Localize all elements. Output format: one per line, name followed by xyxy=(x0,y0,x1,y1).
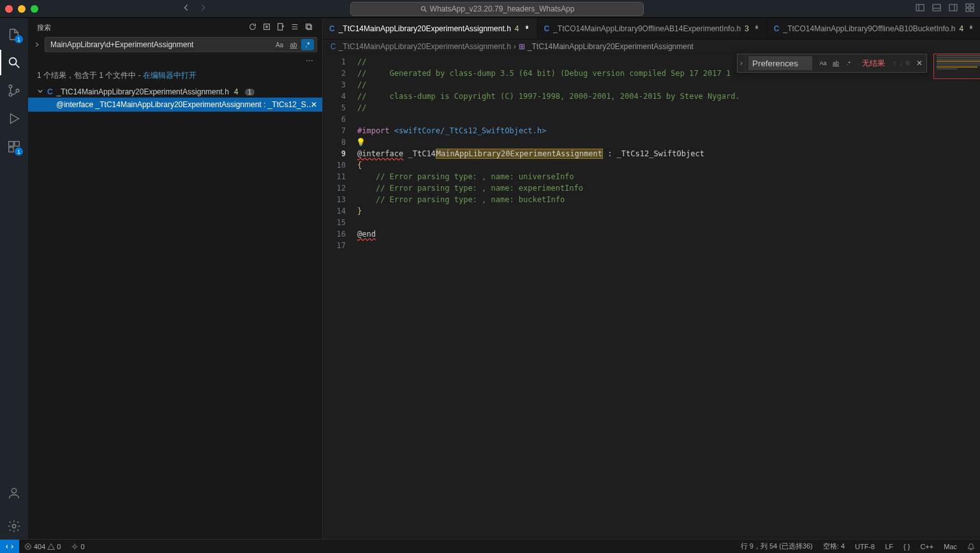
toggle-panel-icon[interactable] xyxy=(932,3,942,15)
find-next-icon[interactable]: ↓ xyxy=(899,59,903,68)
svg-rect-21 xyxy=(278,24,283,31)
tab-filename: _TtCO14MainAppLibrary9OfflineAB10BucketI… xyxy=(783,24,955,33)
search-sidebar: 搜索 Aa ab .* ⋯ 1 个结果，包含于 1 个文件中 xyxy=(28,18,323,539)
extensions-view-icon[interactable]: 1 xyxy=(0,134,28,159)
eol-item[interactable]: LF xyxy=(880,542,898,551)
editor-area: C _TtC14MainAppLibrary20ExperimentAssign… xyxy=(323,18,980,539)
close-window[interactable] xyxy=(5,5,13,13)
toggle-replace-icon[interactable] xyxy=(33,41,41,48)
svg-rect-8 xyxy=(970,4,974,7)
pin-icon[interactable] xyxy=(523,24,531,33)
customize-layout-icon[interactable] xyxy=(965,3,975,15)
sidebar-header: 搜索 xyxy=(28,18,322,37)
view-as-tree-icon[interactable] xyxy=(290,22,299,33)
problems-item[interactable]: 404 0 xyxy=(19,543,66,550)
language-mode[interactable]: C++ xyxy=(915,542,939,551)
lang-brace-icon[interactable]: { } xyxy=(898,542,915,551)
find-widget: › Aa ab .* 无结果 ↑ ↓ ≡ ✕ xyxy=(737,54,927,73)
clear-search-icon[interactable] xyxy=(262,22,271,33)
svg-point-14 xyxy=(16,89,19,92)
os-indicator[interactable]: Mac xyxy=(939,542,962,551)
find-match-word[interactable]: ab xyxy=(830,57,842,69)
minimize-window[interactable] xyxy=(18,5,26,13)
breadcrumb-lang-icon: C xyxy=(330,42,336,51)
find-toggle-replace-icon[interactable]: › xyxy=(738,54,746,72)
scm-view-icon[interactable] xyxy=(0,78,28,103)
find-filter-icon[interactable]: ≡ xyxy=(905,59,910,68)
svg-rect-10 xyxy=(970,8,974,11)
search-input[interactable] xyxy=(48,40,273,49)
file-lang-icon: C xyxy=(47,87,53,96)
tab-filename: _TtC14MainAppLibrary20ExperimentAssignme… xyxy=(339,24,511,33)
encoding-item[interactable]: UTF-8 xyxy=(850,542,880,551)
tab-modified: 4 xyxy=(959,24,963,33)
find-close-icon[interactable]: ✕ xyxy=(912,59,926,68)
toggle-primary-sidebar-icon[interactable] xyxy=(915,3,925,15)
svg-rect-16 xyxy=(15,142,19,146)
editor-tab[interactable]: C _TtCO14MainAppLibrary9OfflineAB10Bucke… xyxy=(768,18,980,39)
breadcrumb[interactable]: C _TtC14MainAppLibrary20ExperimentAssign… xyxy=(323,40,980,54)
collapse-all-icon[interactable] xyxy=(304,22,313,33)
command-center[interactable]: WhatsApp_v23.20.79_headers_WhatsApp xyxy=(350,2,644,16)
search-view-icon[interactable] xyxy=(0,50,28,75)
settings-gear-icon[interactable] xyxy=(0,513,28,539)
ports-item[interactable]: 0 xyxy=(66,543,89,550)
pin-icon[interactable] xyxy=(967,24,975,33)
file-match-count: 1 xyxy=(245,89,255,96)
maximize-window[interactable] xyxy=(31,5,38,13)
svg-rect-9 xyxy=(966,8,969,11)
file-suffix: 4 xyxy=(234,87,239,96)
toggle-secondary-sidebar-icon[interactable] xyxy=(948,3,958,15)
cursor-position[interactable]: 行 9，列 54 (已选择36) xyxy=(736,542,818,551)
extensions-badge: 1 xyxy=(15,147,23,156)
titlebar: WhatsApp_v23.20.79_headers_WhatsApp xyxy=(0,0,980,18)
layout-controls xyxy=(915,3,975,15)
search-summary: 1 个结果，包含于 1 个文件中 - 在编辑器中打开 xyxy=(28,68,322,86)
svg-rect-1 xyxy=(916,4,924,11)
find-prev-icon[interactable]: ↑ xyxy=(893,59,896,68)
find-match-case[interactable]: Aa xyxy=(817,57,829,69)
indentation-item[interactable]: 空格: 4 xyxy=(818,542,850,551)
breadcrumb-file: _TtC14MainAppLibrary20ExperimentAssignme… xyxy=(339,42,511,51)
explorer-badge: 1 xyxy=(15,35,23,43)
editor-tab[interactable]: C _TtC14MainAppLibrary20ExperimentAssign… xyxy=(323,18,538,39)
svg-point-12 xyxy=(9,85,12,88)
lightbulb-icon[interactable]: 💡 xyxy=(356,138,366,147)
nav-forward-icon[interactable] xyxy=(198,3,207,14)
find-regex[interactable]: .* xyxy=(843,57,854,69)
svg-rect-22 xyxy=(306,24,311,29)
accounts-icon[interactable] xyxy=(0,480,28,506)
remote-indicator[interactable] xyxy=(0,540,19,553)
svg-point-13 xyxy=(9,93,12,96)
nav-arrows xyxy=(182,3,207,14)
dismiss-match-icon[interactable]: ✕ xyxy=(311,100,317,109)
run-view-icon[interactable] xyxy=(0,106,28,131)
pin-icon[interactable] xyxy=(753,24,761,33)
command-center-text: WhatsApp_v23.20.79_headers_WhatsApp xyxy=(430,4,575,13)
match-word-toggle[interactable]: ab xyxy=(287,39,300,50)
breadcrumb-symbol: _TtC14MainAppLibrary20ExperimentAssignme… xyxy=(528,42,694,51)
match-case-toggle[interactable]: Aa xyxy=(273,39,286,50)
find-input[interactable] xyxy=(748,56,812,70)
notifications-icon[interactable] xyxy=(962,542,980,551)
svg-rect-15 xyxy=(9,142,13,146)
svg-rect-17 xyxy=(9,147,13,152)
editor-tab[interactable]: C _TtCO14MainAppLibrary9OfflineAB14Exper… xyxy=(538,18,768,39)
result-file[interactable]: C _TtC14MainAppLibrary20ExperimentAssign… xyxy=(28,86,322,98)
line-gutter: 1234567891011121314151617 xyxy=(323,54,353,539)
result-match[interactable]: @interface _TtC14MainAppLibrary20Experim… xyxy=(28,98,322,112)
explorer-view-icon[interactable]: 1 xyxy=(0,22,28,47)
regex-toggle[interactable]: .* xyxy=(301,39,314,50)
code-editor[interactable]: 1234567891011121314151617 //// Generated… xyxy=(323,54,980,539)
new-search-editor-icon[interactable] xyxy=(276,22,285,33)
refresh-icon[interactable] xyxy=(248,22,257,33)
nav-back-icon[interactable] xyxy=(182,3,191,14)
chevron-down-icon[interactable] xyxy=(37,87,45,96)
code-content[interactable]: //// Generated by class-dump 3.5 (64 bit… xyxy=(353,54,980,539)
open-in-editor-link[interactable]: 在编辑器中打开 xyxy=(143,71,197,80)
toggle-search-details-icon[interactable]: ⋯ xyxy=(28,56,322,68)
activity-bar: 1 1 xyxy=(0,18,28,539)
tab-lang-icon: C xyxy=(329,24,335,33)
status-bar: 404 0 0 行 9，列 54 (已选择36) 空格: 4 UTF-8 LF … xyxy=(0,539,980,553)
svg-rect-23 xyxy=(307,25,311,29)
